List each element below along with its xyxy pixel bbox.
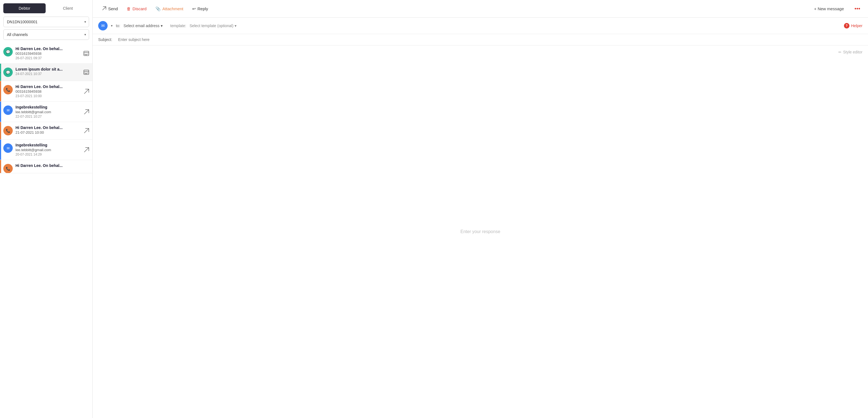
- send-icon: [84, 101, 92, 122]
- discard-label: Discard: [132, 6, 147, 11]
- more-icon: •••: [855, 5, 860, 11]
- indicator: [0, 81, 1, 101]
- phone-icon: 📞: [3, 126, 13, 136]
- email-icon: ✉: [3, 106, 13, 115]
- message-subtitle: lee.tebbitt@gmail.com: [16, 148, 82, 152]
- template-placeholder: Select template (optional): [189, 24, 234, 28]
- sidebar-filters: DN1DN10000001 ▾ All channels ▾: [0, 13, 92, 43]
- toolbar: Send 🗑 Discard 📎 Attachment ↩ Reply + Ne…: [93, 0, 868, 18]
- template-label: template:: [170, 24, 186, 28]
- channel-dropdown-icon[interactable]: ▾: [111, 24, 113, 28]
- email-icon: ✉: [3, 143, 13, 153]
- message-date: 26-07-2021 09:37: [16, 56, 81, 60]
- message-title: Hi Darren Lee. On behal...: [16, 163, 90, 168]
- indicator: [0, 101, 1, 122]
- inbox-icon: [84, 43, 92, 63]
- reply-label: Reply: [197, 6, 208, 11]
- helper-icon: ?: [844, 23, 849, 29]
- phone-icon: 📞: [3, 164, 13, 173]
- arrow-left-icon: ▶: [0, 70, 1, 74]
- style-editor-button[interactable]: ✏ Style editor: [838, 50, 863, 54]
- list-item[interactable]: 📞 Hi Darren Lee. On behal... 00316159459…: [0, 81, 92, 101]
- more-options-button[interactable]: •••: [852, 4, 863, 13]
- indicator: [0, 43, 1, 63]
- message-subtitle: 0031615945938: [16, 89, 82, 94]
- body-placeholder: Enter your response: [460, 229, 500, 234]
- message-title: Hi Darren Lee. On behal...: [16, 125, 82, 130]
- tab-client[interactable]: Client: [47, 3, 89, 13]
- message-subtitle: 0031615945938: [16, 52, 81, 56]
- indicator: [0, 160, 1, 173]
- message-content: Hi Darren Lee. On behal...: [16, 160, 92, 173]
- helper-button[interactable]: ? Helper: [844, 23, 863, 29]
- attachment-icon: 📎: [155, 6, 161, 11]
- new-message-button[interactable]: + New message: [810, 4, 848, 13]
- to-label: to:: [116, 24, 120, 28]
- email-address-chevron-icon: ▾: [161, 24, 163, 28]
- channel-select-wrapper: All channels ▾: [3, 29, 89, 40]
- subject-input[interactable]: [118, 37, 863, 42]
- message-date: 20-07-2021 14:29: [16, 152, 82, 156]
- message-content: Hi Darren Lee. On behal... 0031615945938…: [16, 43, 84, 63]
- discard-button[interactable]: 🗑 Discard: [123, 4, 151, 13]
- message-date: 22-07-2021 10:27: [16, 115, 82, 118]
- message-title: Hi Darren Lee. On behal...: [16, 84, 82, 89]
- reply-icon: ↩: [192, 6, 196, 11]
- chat-icon: 💬: [3, 67, 13, 77]
- phone-icon: 📞: [3, 85, 13, 94]
- sidebar-tabs: Debtor Client: [0, 0, 92, 13]
- message-content: Lorem ipsum dolor sit a... 24-07-2021 10…: [16, 64, 84, 81]
- body-area[interactable]: Enter your response ✏ Style editor: [93, 46, 868, 418]
- trash-icon: 🗑: [127, 6, 131, 11]
- tab-debtor[interactable]: Debtor: [3, 3, 45, 13]
- message-date: 23-07-2021 10:00: [16, 94, 82, 98]
- message-title: Lorem ipsum dolor sit a...: [16, 67, 81, 71]
- list-item[interactable]: 📞 Hi Darren Lee. On behal... 21-07-2021 …: [0, 122, 92, 140]
- template-select[interactable]: Select template (optional) ▾: [189, 24, 237, 28]
- attachment-button[interactable]: 📎 Attachment: [152, 4, 187, 13]
- subject-label: Subject:: [98, 37, 115, 42]
- list-item[interactable]: 💬 Hi Darren Lee. On behal... 00316159459…: [0, 43, 92, 64]
- message-title: Ingebrekestelling: [16, 105, 82, 109]
- email-address-select[interactable]: Select email address ▾: [124, 24, 163, 28]
- list-item[interactable]: 📞 Hi Darren Lee. On behal...: [0, 160, 92, 173]
- send-icon: [84, 140, 92, 160]
- list-item[interactable]: ▶ 💬 Lorem ipsum dolor sit a... 24-07-202…: [0, 64, 92, 81]
- send-icon: [84, 81, 92, 101]
- pencil-icon: ✏: [838, 50, 841, 54]
- message-content: Ingebrekestelling lee.tebbitt@gmail.com …: [16, 101, 84, 122]
- indicator: [0, 122, 1, 139]
- message-title: Hi Darren Lee. On behal...: [16, 47, 81, 51]
- list-item[interactable]: ✉ Ingebrekestelling lee.tebbitt@gmail.co…: [0, 140, 92, 160]
- toolbar-right: + New message •••: [810, 4, 863, 13]
- list-item[interactable]: ✉ Ingebrekestelling lee.tebbitt@gmail.co…: [0, 101, 92, 122]
- channel-select[interactable]: All channels: [4, 30, 89, 39]
- email-address-placeholder: Select email address: [124, 24, 160, 28]
- message-content: Hi Darren Lee. On behal... 21-07-2021 10…: [16, 122, 84, 139]
- new-message-label: + New message: [814, 6, 844, 11]
- template-chevron-icon: ▾: [235, 24, 237, 28]
- message-title: Ingebrekestelling: [16, 143, 82, 147]
- send-button[interactable]: Send: [98, 4, 122, 13]
- main-content: Send 🗑 Discard 📎 Attachment ↩ Reply + Ne…: [93, 0, 868, 418]
- message-date: 24-07-2021 10:37: [16, 72, 81, 76]
- reply-button[interactable]: ↩ Reply: [188, 4, 212, 13]
- indicator: [0, 140, 1, 160]
- subject-row: Subject:: [93, 34, 868, 46]
- inbox-icon: [84, 64, 92, 81]
- sidebar: Debtor Client DN1DN10000001 ▾ All channe…: [0, 0, 93, 418]
- style-editor-label: Style editor: [843, 50, 863, 54]
- compose-area: ✉ ▾ to: Select email address ▾ template:…: [93, 18, 868, 418]
- send-icon: [102, 6, 106, 11]
- compose-header: ✉ ▾ to: Select email address ▾ template:…: [93, 18, 868, 34]
- account-select[interactable]: DN1DN10000001: [4, 17, 89, 27]
- send-label: Send: [108, 6, 118, 11]
- helper-label: Helper: [851, 24, 863, 28]
- message-subtitle: lee.tebbitt@gmail.com: [16, 110, 82, 114]
- message-content: Ingebrekestelling lee.tebbitt@gmail.com …: [16, 140, 84, 160]
- account-select-wrapper: DN1DN10000001 ▾: [3, 17, 89, 27]
- messages-list: 💬 Hi Darren Lee. On behal... 00316159459…: [0, 43, 92, 418]
- send-icon: [84, 122, 92, 139]
- email-channel-icon: ✉: [98, 21, 107, 30]
- message-subtitle: 21-07-2021 10:00: [16, 130, 82, 135]
